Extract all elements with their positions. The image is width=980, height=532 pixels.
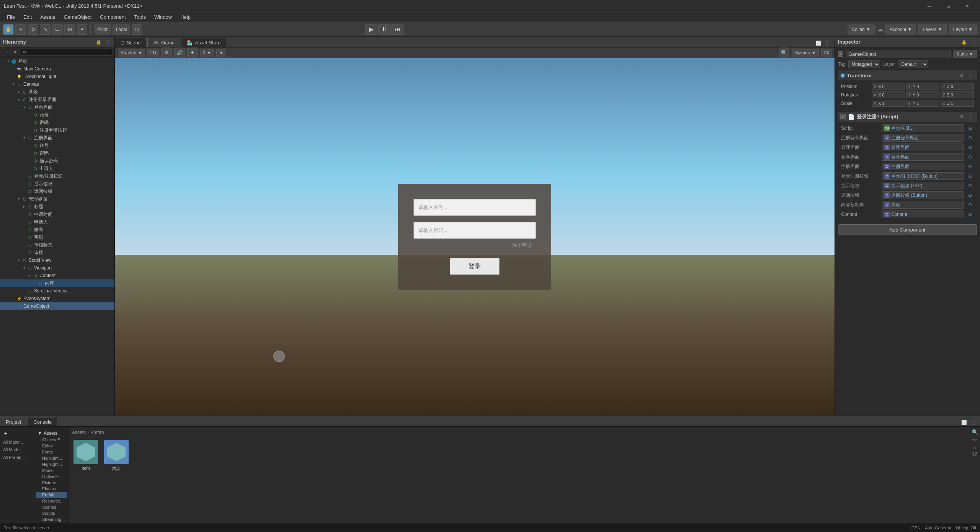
transform-menu-button[interactable]: ⋮ bbox=[967, 72, 975, 79]
hierarchy-menu-button[interactable]: ⋮ bbox=[104, 38, 111, 46]
script-prop-btn-0[interactable]: ⊙ bbox=[966, 134, 974, 142]
hierarchy-item-17[interactable]: ⬡返回按钮 bbox=[0, 188, 114, 195]
script-prop-btn-2[interactable]: ⊙ bbox=[966, 153, 974, 161]
cloud-icon[interactable]: ☁ bbox=[877, 26, 883, 33]
tab-asset-store[interactable]: 🏪 Asset Store bbox=[181, 38, 226, 47]
hierarchy-item-19[interactable]: ▸⬡标题 bbox=[0, 203, 114, 211]
gameobject-name-input[interactable] bbox=[846, 50, 951, 58]
menu-item-component[interactable]: Component bbox=[96, 13, 129, 21]
hierarchy-item-18[interactable]: ▾⬡管理界面 bbox=[0, 195, 114, 203]
hierarchy-item-10[interactable]: ▾⬡注册界面 bbox=[0, 134, 114, 142]
script-prop-value-0[interactable]: ⊙注册登录界面 bbox=[882, 134, 964, 142]
project-add-button[interactable]: + bbox=[2, 430, 9, 437]
hierarchy-item-30[interactable]: ⬡Scrollbar Vertical bbox=[0, 287, 114, 295]
scene-search-button[interactable]: 🔍 bbox=[779, 47, 789, 58]
script-prop-btn-5[interactable]: ⊙ bbox=[966, 182, 974, 189]
script-prop-btn-4[interactable]: ⊙ bbox=[966, 172, 974, 180]
script-prop-btn-7[interactable]: ⊙ bbox=[966, 201, 974, 209]
tree-item-6[interactable]: OutlineEf... bbox=[36, 473, 67, 480]
script-settings-button[interactable]: ⚙ bbox=[958, 113, 965, 121]
rotate-tool-button[interactable]: ↻ bbox=[28, 24, 38, 35]
transform-settings-button[interactable]: ⚙ bbox=[958, 72, 965, 79]
tree-item-3[interactable]: Highlight... bbox=[36, 455, 67, 461]
tab-console[interactable]: Console bbox=[28, 417, 57, 426]
hierarchy-item-3[interactable]: ▾▭Canvas bbox=[0, 80, 114, 88]
script-prop-value-4[interactable]: ⊙登录/注册按钮 (Button) bbox=[882, 172, 964, 180]
script-prop-value-7[interactable]: ⊙内容 bbox=[882, 201, 964, 209]
scene-fx-button[interactable]: ✦ bbox=[187, 47, 198, 58]
scene-light-button[interactable]: ☀ bbox=[161, 47, 172, 58]
add-component-button[interactable]: Add Component bbox=[838, 224, 977, 235]
rot-z-field[interactable]: ZZ 0 bbox=[941, 91, 974, 98]
script-prop-btn-1[interactable]: ⊙ bbox=[966, 144, 974, 151]
hand-tool-button[interactable]: ✋ bbox=[3, 24, 14, 35]
scale-z-field[interactable]: ZZ 1 bbox=[941, 100, 974, 107]
tree-item-1[interactable]: Editor bbox=[36, 443, 67, 449]
scale-x-field[interactable]: XX 1 bbox=[872, 100, 905, 107]
login-button[interactable]: 登录 bbox=[450, 258, 500, 275]
account-button[interactable]: Account ▼ bbox=[885, 24, 916, 34]
script-component-header[interactable]: ✓ 📄 登录注册1 (Script) ⚙ ⋮ bbox=[838, 112, 977, 122]
script-prop-value-5[interactable]: ⊙提示信息 (Text) bbox=[882, 182, 964, 189]
script-ref-button[interactable]: ⊙ bbox=[966, 124, 974, 132]
tree-item-5[interactable]: Model bbox=[36, 467, 67, 473]
menu-item-tools[interactable]: Tools bbox=[131, 13, 150, 21]
hierarchy-item-5[interactable]: ▾⬡注册登录界面 bbox=[0, 96, 114, 103]
close-button[interactable]: ✕ bbox=[959, 1, 976, 11]
pos-y-field[interactable]: YY 0 bbox=[906, 83, 939, 90]
hierarchy-item-12[interactable]: ⬡密码 bbox=[0, 149, 114, 157]
custom-tool-button[interactable]: ✦ bbox=[77, 24, 87, 35]
scene-circle-handle[interactable] bbox=[273, 351, 285, 362]
hierarchy-search-input[interactable] bbox=[21, 49, 112, 55]
hierarchy-item-22[interactable]: ⬡账号 bbox=[0, 226, 114, 233]
script-prop-btn-3[interactable]: ⊙ bbox=[966, 163, 974, 170]
pivot-button[interactable]: Pivot bbox=[94, 24, 111, 34]
pos-x-field[interactable]: XX 0 bbox=[872, 83, 905, 90]
play-button[interactable]: ▶ bbox=[365, 24, 377, 35]
bottom-maximize-button[interactable]: ⬜ bbox=[960, 419, 968, 426]
filter-all-models[interactable]: All Model... bbox=[2, 447, 33, 453]
hierarchy-item-11[interactable]: ⬡账号 bbox=[0, 142, 114, 149]
script-prop-value-1[interactable]: ⊙管理界面 bbox=[882, 144, 964, 151]
gizmos-dropdown[interactable]: Gizmos ▼ bbox=[792, 49, 819, 57]
shading-dropdown[interactable]: Shaded ▼ bbox=[118, 49, 145, 57]
hierarchy-item-25[interactable]: ⬡审核 bbox=[0, 249, 114, 256]
tree-item-2[interactable]: Fonts bbox=[36, 449, 67, 455]
scale-y-field[interactable]: YY 1 bbox=[906, 100, 939, 107]
menu-item-assets[interactable]: Assets bbox=[36, 13, 59, 21]
script-menu-button[interactable]: ⋮ bbox=[967, 113, 975, 121]
hierarchy-item-13[interactable]: ⬡确认密码 bbox=[0, 157, 114, 165]
script-prop-btn-8[interactable]: ⊙ bbox=[966, 211, 974, 218]
hierarchy-item-27[interactable]: ▾⬡Viewport bbox=[0, 264, 114, 272]
bottom-menu-button[interactable]: ⋮ bbox=[969, 419, 977, 426]
gameobject-active-checkbox[interactable]: ✓ bbox=[838, 51, 843, 57]
local-button[interactable]: Local bbox=[113, 24, 131, 34]
hierarchy-item-9[interactable]: ⬡注册申请按钮 bbox=[0, 126, 114, 134]
inspector-lock-button[interactable]: 🔒 bbox=[960, 38, 968, 46]
script-prop-btn-6[interactable]: ⊙ bbox=[966, 191, 974, 199]
hierarchy-item-21[interactable]: ⬡申请人 bbox=[0, 218, 114, 226]
menu-item-file[interactable]: File bbox=[3, 13, 19, 21]
scene-stats-dropdown[interactable]: 0 ▼ bbox=[200, 49, 214, 57]
layer-select[interactable]: Default bbox=[898, 60, 928, 68]
hierarchy-item-1[interactable]: 📷Main Camera bbox=[0, 65, 114, 73]
script-prop-value-6[interactable]: ⊙返回按钮 (Button) bbox=[882, 191, 964, 199]
asset-item-item[interactable]: Item bbox=[74, 440, 98, 472]
hierarchy-item-16[interactable]: ⬡提示信息 bbox=[0, 180, 114, 188]
filter-all-materials[interactable]: All Mater... bbox=[2, 439, 33, 445]
hierarchy-item-28[interactable]: ▾⬡Content bbox=[0, 272, 114, 279]
scene-audio-button[interactable]: 🔊 bbox=[174, 47, 185, 58]
layers-button[interactable]: Layers ▼ bbox=[918, 24, 946, 34]
scale-tool-button[interactable]: ⤡ bbox=[40, 24, 51, 35]
hierarchy-item-23[interactable]: ⬡密码 bbox=[0, 233, 114, 241]
tree-item-7[interactable]: Pictures bbox=[36, 480, 67, 486]
filter-all-prefabs[interactable]: All Prefab... bbox=[2, 454, 33, 460]
hierarchy-item-6[interactable]: ▾⬡登录界面 bbox=[0, 103, 114, 111]
menu-item-gameobject[interactable]: GameObject bbox=[60, 13, 95, 21]
minimize-button[interactable]: ─ bbox=[920, 1, 938, 11]
asset-item-content[interactable]: 内容 bbox=[104, 440, 129, 472]
window-controls[interactable]: ─ □ ✕ bbox=[920, 1, 976, 11]
hierarchy-item-29[interactable]: ⬡内容 bbox=[0, 279, 114, 287]
hierarchy-item-4[interactable]: ▸⬡背景 bbox=[0, 88, 114, 96]
pause-button[interactable]: ⏸ bbox=[378, 24, 390, 35]
